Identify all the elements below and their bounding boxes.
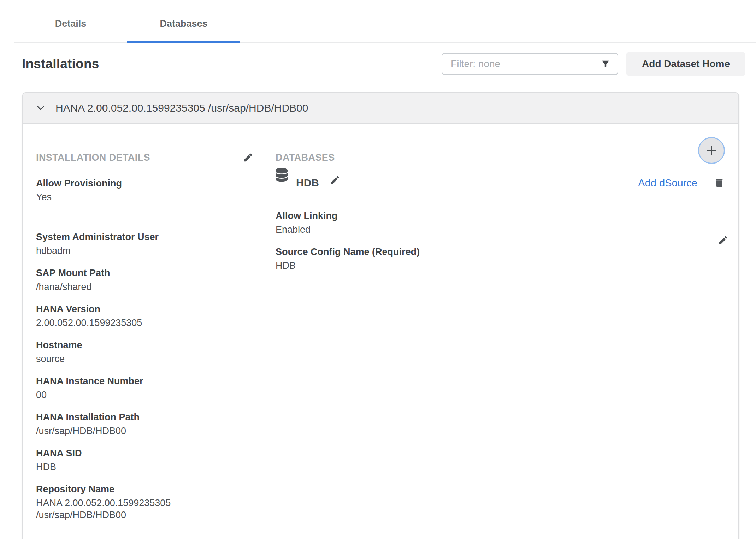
- field-label: HANA Instance Number: [36, 375, 253, 387]
- environment-management-page: Details Databases Installations Add Data…: [0, 0, 756, 539]
- field-label: Allow Provisioning: [36, 178, 253, 189]
- installation-panel-header[interactable]: HANA 2.00.052.00.1599235305 /usr/sap/HDB…: [23, 93, 738, 124]
- field-system-administrator-user: System Administrator User hdbadm: [36, 231, 253, 257]
- field-label: Allow Linking: [276, 210, 725, 222]
- plus-icon: [704, 143, 719, 158]
- installation-details-heading: INSTALLATION DETAILS: [36, 152, 150, 163]
- field-value: HDB: [276, 260, 466, 272]
- active-tab-underline: [127, 41, 240, 43]
- field-hana-sid: HANA SID HDB: [36, 448, 253, 473]
- tab-bar: Details Databases: [14, 0, 756, 43]
- field-label: Hostname: [36, 339, 253, 351]
- installation-panel: HANA 2.00.052.00.1599235305 /usr/sap/HDB…: [22, 92, 739, 539]
- field-value: 2.00.052.00.1599235305: [36, 317, 227, 329]
- field-source-config-name: Source Config Name (Required) HDB: [276, 246, 725, 272]
- database-config-fields: Allow Linking Enabled Source Config Name…: [276, 210, 725, 272]
- field-value: Enabled: [276, 224, 466, 236]
- chevron-down-icon: [35, 102, 46, 114]
- field-hana-instance-number: HANA Instance Number 00: [36, 375, 253, 401]
- database-icon: [276, 168, 288, 182]
- field-hostname: Hostname source: [36, 339, 253, 365]
- database-row: HDB Add dSource: [276, 168, 725, 189]
- installation-details-section: INSTALLATION DETAILS Allow Provisioning …: [36, 152, 253, 532]
- filter-box: [442, 53, 618, 75]
- field-value: source: [36, 353, 227, 365]
- field-value: 00: [36, 389, 227, 401]
- field-label: System Administrator User: [36, 231, 253, 243]
- field-label: HANA Installation Path: [36, 411, 253, 423]
- field-label: SAP Mount Path: [36, 267, 253, 279]
- installation-panel-body: INSTALLATION DETAILS Allow Provisioning …: [23, 124, 738, 539]
- field-allow-linking: Allow Linking Enabled: [276, 210, 725, 236]
- add-database-button[interactable]: [698, 137, 725, 164]
- add-dataset-home-button[interactable]: Add Dataset Home: [626, 52, 745, 76]
- tab-details[interactable]: Details: [14, 0, 127, 42]
- field-value: hdbadm: [36, 245, 227, 257]
- trash-icon[interactable]: [714, 177, 725, 189]
- tab-databases-label: Databases: [160, 18, 207, 29]
- field-repository-name: Repository Name HANA 2.00.052.00.1599235…: [36, 484, 253, 521]
- field-value: HDB: [36, 461, 227, 473]
- funnel-icon[interactable]: [601, 59, 610, 69]
- edit-source-config-icon[interactable]: [718, 235, 728, 245]
- tab-details-label: Details: [55, 18, 87, 29]
- field-sap-mount-path: SAP Mount Path /hana/shared: [36, 267, 253, 293]
- field-label: Repository Name: [36, 484, 253, 495]
- filter-input[interactable]: [442, 53, 618, 75]
- databases-heading: DATABASES: [276, 152, 335, 163]
- installation-details-fields: Allow Provisioning Yes System Administra…: [36, 178, 253, 521]
- edit-database-icon[interactable]: [330, 175, 340, 185]
- field-value: Yes: [36, 191, 227, 203]
- field-label: HANA SID: [36, 448, 253, 459]
- add-dsource-link[interactable]: Add dSource: [638, 177, 697, 189]
- page-title: Installations: [22, 57, 442, 71]
- field-allow-provisioning: Allow Provisioning Yes: [36, 178, 253, 203]
- database-name: HDB: [296, 177, 319, 189]
- field-value: /usr/sap/HDB/HDB00: [36, 425, 227, 437]
- field-label: Source Config Name (Required): [276, 246, 725, 258]
- field-hana-installation-path: HANA Installation Path /usr/sap/HDB/HDB0…: [36, 411, 253, 437]
- field-value: HANA 2.00.052.00.1599235305 /usr/sap/HDB…: [36, 497, 227, 521]
- database-row-divider: [276, 197, 725, 197]
- databases-section: DATABASES HDB Add dSource: [276, 152, 738, 532]
- page-header: Installations Add Dataset Home: [22, 52, 745, 76]
- field-value: /hana/shared: [36, 281, 227, 293]
- edit-installation-icon[interactable]: [243, 152, 253, 163]
- field-hana-version: HANA Version 2.00.052.00.1599235305: [36, 303, 253, 329]
- field-label: HANA Version: [36, 303, 253, 315]
- tab-databases[interactable]: Databases: [127, 0, 240, 42]
- installation-panel-title: HANA 2.00.052.00.1599235305 /usr/sap/HDB…: [55, 102, 308, 114]
